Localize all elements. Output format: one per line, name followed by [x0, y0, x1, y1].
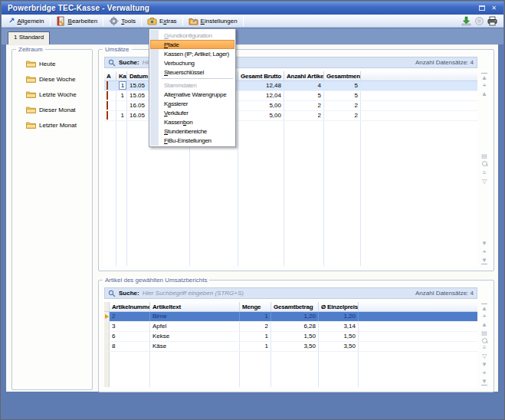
- table-row[interactable]: 6 Kekse 1 1,50 1,50: [104, 332, 477, 342]
- preview-icon[interactable]: [474, 16, 484, 26]
- filter-icon[interactable]: [482, 352, 487, 360]
- append-icon[interactable]: [483, 369, 487, 377]
- last-icon[interactable]: [481, 377, 487, 386]
- first-icon[interactable]: [481, 73, 487, 81]
- tree-item-letzter-monat[interactable]: Letzter Monat: [17, 117, 89, 133]
- artikel-search-input[interactable]: Hier Suchbegriff eingeben (STRG+S): [143, 290, 244, 297]
- main-toolbar: ↗ Allgemein Bearbeiten To: [2, 15, 503, 28]
- search-icon[interactable]: [481, 160, 488, 169]
- folder-icon: [26, 106, 36, 113]
- menu-item-steuerschluessel[interactable]: Steuerschlüssel: [150, 67, 234, 77]
- append-icon[interactable]: [483, 248, 487, 256]
- menu-item-stammdaten: Stammdaten: [150, 80, 234, 90]
- notebook-edit-icon: [56, 16, 66, 26]
- last-icon[interactable]: [481, 256, 487, 264]
- import-icon[interactable]: [461, 16, 471, 26]
- menu-item-kassierer[interactable]: Kassierer: [150, 99, 234, 108]
- artikel-grid: Artikelnummer Artikeltext Menge Gesamtbe…: [104, 302, 477, 387]
- search-icon[interactable]: [481, 337, 488, 343]
- insert-icon[interactable]: [483, 81, 487, 90]
- column-header-artikelnummer[interactable]: Artikelnummer: [110, 302, 150, 311]
- view-icon[interactable]: [481, 152, 487, 160]
- artikel-panel: Artikel des gewählten Umsatzberichts Suc…: [98, 280, 494, 392]
- flag-icon: [107, 111, 108, 120]
- up-icon[interactable]: [481, 90, 487, 98]
- menu-item-kassen[interactable]: Kassen (IP; Artikel; Lager): [150, 49, 234, 58]
- tab-standard[interactable]: 1 Standard: [8, 31, 50, 44]
- zeitraum-panel-title: Zeitraum: [16, 46, 45, 53]
- filter-icon[interactable]: [482, 177, 487, 185]
- einstellungen-button[interactable]: Einstellungen: [185, 15, 241, 26]
- table-row[interactable]: 8 Käse 1 3,50 3,50: [104, 342, 477, 352]
- tab-strip: 1 Standard: [2, 28, 503, 44]
- column-header-gesamtbetrag[interactable]: Gesamtbetrag: [271, 302, 319, 311]
- down-icon[interactable]: [481, 239, 487, 248]
- view-icon[interactable]: [481, 329, 487, 337]
- tree-item-dieser-monat[interactable]: Dieser Monat: [17, 102, 89, 117]
- window-title: Powerbridge TEC-Kasse - Verwaltung: [8, 4, 474, 12]
- menu-item-fibu-einstellungen[interactable]: FiBu-Einstellungen: [150, 136, 234, 145]
- search-icon: [108, 290, 116, 297]
- column-header-menge[interactable]: Menge: [240, 302, 271, 311]
- tree-item-letzte-woche[interactable]: Letzte Woche: [17, 87, 89, 102]
- search-icon: [108, 59, 116, 67]
- insert-icon[interactable]: [483, 312, 487, 320]
- app-window: Powerbridge TEC-Kasse - Verwaltung ✕ ↗ A…: [0, 0, 505, 420]
- row-indicator-arrow-icon: [105, 314, 109, 319]
- tree-item-diese-woche[interactable]: Diese Woche: [17, 71, 89, 87]
- folder-icon: [26, 121, 36, 129]
- sort-icon[interactable]: [483, 343, 487, 352]
- zeitraum-panel: Zeitraum Heute Diese Woche: [11, 49, 93, 390]
- column-header-a[interactable]: A: [104, 71, 116, 80]
- toolbox-icon: [147, 16, 157, 26]
- folder-icon: [26, 60, 36, 67]
- allgemein-button[interactable]: ↗ Allgemein: [5, 15, 48, 26]
- flag-icon: [107, 101, 108, 110]
- content-area: Zeitraum Heute Diese Woche: [6, 44, 498, 392]
- print-icon[interactable]: [487, 16, 497, 26]
- record-count: Anzahl Datensätze: 4: [415, 290, 474, 297]
- sort-icon[interactable]: [483, 169, 487, 177]
- menu-item-verbuchung[interactable]: Verbuchung: [150, 58, 234, 67]
- bearbeiten-button[interactable]: Bearbeiten: [52, 15, 102, 26]
- menu-item-stundenbereiche[interactable]: Stundenbereiche: [150, 126, 234, 136]
- extras-button[interactable]: Extras: [143, 15, 181, 26]
- close-window-icon[interactable]: ✕: [489, 4, 499, 13]
- menu-item-kassenbon[interactable]: Kassenbon: [150, 117, 234, 126]
- table-row[interactable]: 3 Apfel 2 6,28 3,14: [104, 322, 477, 332]
- column-header-anzahl-artikel[interactable]: Anzahl Artikel: [284, 71, 324, 80]
- menu-separator: [162, 78, 233, 79]
- tree-item-heute[interactable]: Heute: [17, 56, 89, 71]
- folder-icon: [26, 75, 36, 83]
- title-bar: Powerbridge TEC-Kasse - Verwaltung ✕: [2, 2, 503, 15]
- restore-window-icon[interactable]: [477, 4, 487, 13]
- down-icon[interactable]: [481, 360, 487, 369]
- umsaetze-grid-navigator: [480, 73, 489, 264]
- menu-item-verkaeufer[interactable]: Verkäufer: [150, 108, 234, 117]
- column-header-gesamtmeng[interactable]: Gesamtmeng: [324, 71, 361, 80]
- gear-icon: [109, 16, 119, 26]
- flag-icon: [107, 81, 108, 90]
- focused-cell: 1: [119, 81, 126, 90]
- umsaetze-panel-title: Umsätze: [103, 46, 132, 53]
- column-header-gesamt-brutto[interactable]: Gesamt Brutto: [238, 71, 284, 80]
- folder-settings-icon: [189, 16, 198, 26]
- column-header-ka[interactable]: Ka: [116, 71, 127, 80]
- column-header-einzelpreis[interactable]: Ø Einzelpreis: [319, 302, 359, 311]
- menu-item-alternative-warengruppe[interactable]: Alternative Warengruppe: [150, 90, 234, 99]
- column-header-artikeltext[interactable]: Artikeltext: [150, 302, 240, 311]
- artikel-search-bar: Suche: Hier Suchbegriff eingeben (STRG+S…: [104, 287, 477, 299]
- zeitraum-tree: Heute Diese Woche Letzte Woche: [17, 56, 89, 133]
- menu-item-pfade[interactable]: Pfade: [150, 40, 234, 49]
- first-icon[interactable]: [481, 304, 487, 312]
- artikel-panel-title: Artikel des gewählten Umsatzberichts: [103, 277, 209, 284]
- einstellungen-menu: Grundkonfiguration Pfade Kassen (IP; Art…: [149, 28, 236, 147]
- artikel-grid-header: Artikelnummer Artikeltext Menge Gesamtbe…: [104, 302, 477, 312]
- search-label: Suche:: [119, 290, 139, 297]
- artikel-grid-navigator: [480, 304, 489, 386]
- table-row[interactable]: 2 Birne 1 1,20 1,20: [104, 312, 477, 322]
- tools-button[interactable]: Tools: [105, 15, 139, 26]
- up-icon[interactable]: [481, 320, 487, 329]
- folder-icon: [26, 90, 36, 98]
- record-count: Anzahl Datensätze: 4: [415, 59, 474, 66]
